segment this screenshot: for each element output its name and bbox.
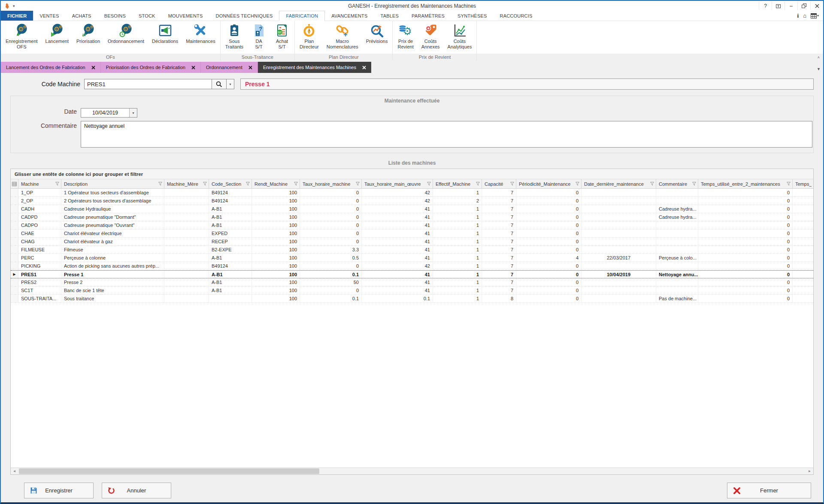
table-row-sc1t[interactable]: SC1TBanc de scie 1 têteA-B11000411700 [11, 287, 813, 295]
filter-icon[interactable] [157, 181, 162, 187]
row-selector-gutter[interactable] [11, 278, 18, 286]
table-row-cadh[interactable]: CADHCadreuse HydrauliqueA-B1100041170Cad… [11, 205, 813, 213]
search-options-caret[interactable]: ▾ [227, 79, 234, 89]
menu-item-raccourcis[interactable]: RACCOURCIS [494, 11, 539, 21]
menu-item-fabrication[interactable]: FABRICATION [279, 11, 325, 21]
menu-item-avancements[interactable]: AVANCEMENTS [325, 11, 374, 21]
row-selector-gutter[interactable] [11, 262, 18, 270]
ribbon-button-couts-analytiques[interactable]: CoûtsAnalytiques [444, 22, 476, 50]
column-header-machine-mere[interactable]: Machine_Mère [164, 179, 209, 188]
menu-item-parametres[interactable]: PARAMÈTRES [405, 11, 451, 21]
column-header-capacite[interactable]: Capacité [482, 179, 516, 188]
menu-item-syntheses[interactable]: SYNTHÈSES [451, 11, 493, 21]
menu-item-stock[interactable]: STOCK [132, 11, 162, 21]
scrollbar-thumb[interactable] [19, 468, 319, 474]
row-selector-gutter[interactable] [11, 254, 18, 262]
save-button[interactable]: Enregistrer [24, 483, 94, 498]
table-row-filmeuse[interactable]: FILMEUSEFilmeuseB2-EXPE1003.3411700 [11, 246, 813, 254]
menu-item-donnees-techniques[interactable]: DONNÉES TECHNIQUES [209, 11, 279, 21]
ribbon-button-ordonnancement[interactable]: ⚙ ⚙ Ordonnancement [104, 22, 148, 44]
column-header-commentaire[interactable]: Commentaire [656, 179, 698, 188]
help-button[interactable]: ? [759, 2, 772, 10]
filter-icon[interactable] [293, 181, 298, 187]
home-icon[interactable]: ⌂ [803, 12, 806, 19]
column-header-temps-utilise-entre-2-maintenances[interactable]: Temps_utilisé_entre_2_maintenances [698, 179, 793, 188]
ribbon-button-macro-nomenclatures[interactable]: +MacroNomenclatures [323, 22, 362, 50]
table-row-1-op[interactable]: 1_OP1 Opérateur tous secteurs d'assembla… [11, 189, 813, 197]
table-row-pres1[interactable]: ▶PRES1Presse 1A-B11000.14117010/04/2019N… [11, 270, 813, 278]
column-header-code-section[interactable]: Code_Section [209, 179, 252, 188]
ribbon-button-lancement[interactable]: ⚙ ⚙ Lancement [42, 22, 73, 44]
info-icon[interactable]: i [797, 12, 799, 19]
date-picker[interactable]: 10/04/2019 ▾ [81, 108, 137, 118]
column-header-rendt-machine[interactable]: Rendt_Machine [252, 179, 300, 188]
column-header-description[interactable]: Description [61, 179, 164, 188]
grid-corner-selector[interactable] [11, 179, 18, 188]
table-row-chae[interactable]: CHAEChariot élévateur électriqueEXPED100… [11, 229, 813, 238]
filter-icon[interactable] [574, 181, 579, 187]
menu-item-besoins[interactable]: BESOINS [98, 11, 132, 21]
scrollbar-track[interactable] [18, 468, 806, 474]
close-button[interactable] [810, 2, 823, 10]
tab-enregistrement-des-maintenances-machines[interactable]: Enregistrement des Maintenances Machines [258, 62, 371, 73]
row-selector-gutter[interactable]: ▶ [11, 271, 18, 278]
ribbon-button-ofs-register[interactable]: ⚙ ⚙ +EnregistrementOFS [2, 22, 42, 50]
filter-icon[interactable] [785, 181, 791, 187]
filter-icon[interactable] [691, 181, 696, 187]
expand-button[interactable] [772, 2, 785, 10]
row-selector-gutter[interactable] [11, 229, 18, 237]
close-form-button[interactable]: Fermer [727, 483, 811, 498]
ribbon-button-maintenances[interactable]: Maintenances [182, 22, 219, 44]
table-row-2-op[interactable]: 2_OP2 Opérateurs tous secteurs d'assembl… [11, 197, 813, 205]
column-header-taux-horaire-main-uvre[interactable]: Taux_horaire_main_œuvre [362, 179, 433, 188]
ribbon-button-achat-st[interactable]: STAchatS/T [270, 22, 294, 50]
row-selector-gutter[interactable] [11, 205, 18, 213]
menu-item-achats[interactable]: ACHATS [66, 11, 98, 21]
menu-item-fichier[interactable]: FICHIER [1, 11, 33, 21]
filter-icon[interactable] [509, 181, 514, 187]
menu-item-mouvements[interactable]: MOUVEMENTS [162, 11, 209, 21]
table-row-pres2[interactable]: PRES2Presse 2A-B110050411700 [11, 278, 813, 287]
column-header-taux-horaire-machine[interactable]: Taux_horaire_machine [300, 179, 362, 188]
scroll-right-icon[interactable]: ► [806, 468, 813, 474]
row-selector-gutter[interactable] [11, 189, 18, 196]
row-selector-gutter[interactable] [11, 221, 18, 229]
filter-icon[interactable] [475, 181, 480, 187]
ribbon-button-da-st[interactable]: ?DAS/T [247, 22, 270, 50]
menu-item-tables[interactable]: TABLES [374, 11, 406, 21]
ribbon-button-sous-traitants[interactable]: SousTraitants [221, 22, 247, 50]
horizontal-scrollbar[interactable]: ◄ ► [11, 468, 813, 474]
row-selector-gutter[interactable] [11, 213, 18, 221]
column-header-date-derniere-maintenance[interactable]: Date_dernière_maintenance [582, 179, 656, 188]
table-row-cadpd[interactable]: CADPDCadreuse pneumatique "Dormant"A-B11… [11, 213, 813, 221]
grid-group-hint[interactable]: Glisser une entête de colonne ici pour g… [11, 169, 813, 179]
ribbon-button-couts-annexes[interactable]: CoûtsAnnexes [418, 22, 444, 50]
table-row-chag[interactable]: CHAGChariot élévateur à gazRECEP10004117… [11, 238, 813, 246]
filter-icon[interactable] [354, 181, 360, 187]
table-row-picking[interactable]: PICKINGAction de picking sans aucunes au… [11, 262, 813, 270]
minimize-button[interactable]: – [785, 2, 797, 10]
tab-close-icon[interactable] [362, 66, 366, 69]
cancel-button[interactable]: Annuler [102, 483, 171, 498]
filter-icon[interactable] [426, 181, 431, 187]
tab-lancement-des-ordres-de-fabrication[interactable]: Lancement des Ordres de Fabrication [1, 62, 101, 73]
ribbon-button-declarations[interactable]: Déclarations [148, 22, 182, 44]
scroll-left-icon[interactable]: ◄ [11, 468, 18, 474]
column-header-machine[interactable]: Machine [18, 179, 61, 188]
row-selector-gutter[interactable] [11, 295, 18, 302]
commentaire-input[interactable]: Nettoyage annuel [81, 121, 812, 148]
tab-close-icon[interactable] [191, 66, 195, 69]
ribbon-button-prix-revient[interactable]: ⚙Prix deRevient [394, 22, 417, 50]
tab-priorisation-des-ordres-de-fabrication[interactable]: Priorisation des Ordres de Fabrication [101, 62, 201, 73]
column-header-effectif-machine[interactable]: Effectif_Machine [433, 179, 482, 188]
ribbon-button-plan-directeur[interactable]: PlanDirecteur [296, 22, 323, 50]
filter-icon[interactable] [54, 181, 59, 187]
menu-item-ventes[interactable]: VENTES [33, 11, 65, 21]
date-caret-icon[interactable]: ▾ [129, 109, 137, 117]
row-selector-gutter[interactable] [11, 238, 18, 245]
row-selector-gutter[interactable] [11, 197, 18, 205]
ribbon-collapse-icon[interactable]: ˄ [818, 55, 820, 60]
ribbon-button-previsions[interactable]: Prévisions [362, 22, 392, 44]
table-row-perc[interactable]: PERCPerçeuse à colonneA-B11000.54117422/… [11, 254, 813, 262]
filter-icon[interactable] [245, 181, 250, 187]
